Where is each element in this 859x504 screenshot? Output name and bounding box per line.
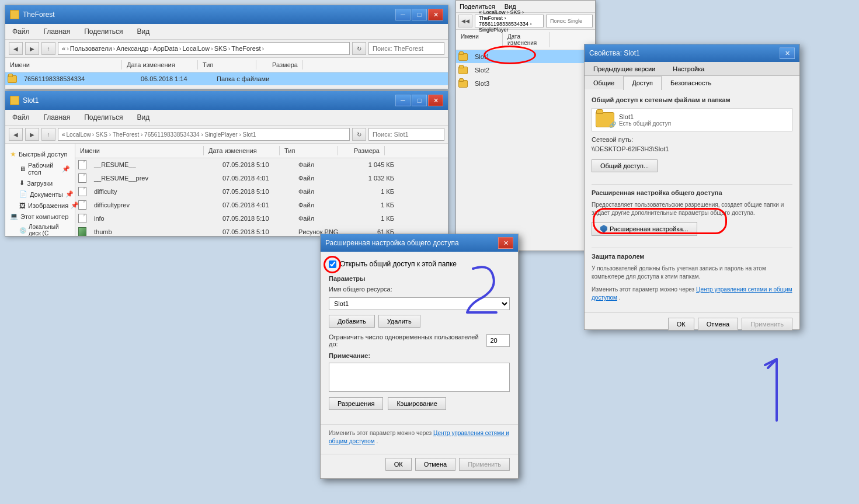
props-apply-button[interactable]: Применить bbox=[742, 318, 792, 331]
sidebar-documents-label: Документы bbox=[30, 191, 63, 198]
tab-security[interactable]: Безопасность bbox=[662, 76, 720, 89]
network-path-block: Сетевой путь: \\DESKTOP-62IF3H3\Slot1 bbox=[592, 136, 792, 155]
col-header-date[interactable]: Дата изменения bbox=[122, 60, 198, 69]
slot1-refresh-button[interactable]: ↻ bbox=[352, 128, 366, 141]
file-icon-info bbox=[78, 214, 87, 223]
sp-file-slot1[interactable]: Slot1 bbox=[456, 50, 595, 64]
remove-share-button[interactable]: Удалить bbox=[378, 315, 420, 328]
up-button[interactable]: ↑ bbox=[41, 42, 55, 55]
pin-icon: 📌 bbox=[62, 165, 70, 173]
slot1-search-input[interactable] bbox=[368, 128, 444, 141]
refresh-button[interactable]: ↻ bbox=[352, 42, 366, 55]
file-row-info[interactable]: info 07.05.2018 5:10 Файл 1 КБ bbox=[75, 212, 448, 225]
open-share-checkbox[interactable] bbox=[329, 260, 336, 268]
sidebar-desktop[interactable]: 🖥 Рабочий стол 📌 bbox=[8, 160, 72, 178]
sp-address-input[interactable]: « LocalLow › SKS › TheForest › 765611983… bbox=[475, 15, 544, 27]
slot1-forward-button[interactable]: ▶ bbox=[25, 128, 39, 141]
slot1-maximize-button[interactable]: □ bbox=[412, 95, 427, 106]
file-name-thumb: thumb bbox=[89, 228, 218, 235]
slot1-up-button[interactable]: ↑ bbox=[41, 128, 55, 141]
sp-search[interactable] bbox=[546, 15, 593, 27]
slot1-menu-bar: Файл Главная Поделиться Вид bbox=[5, 110, 448, 126]
adv-close-button[interactable]: ✕ bbox=[498, 237, 513, 249]
back-button[interactable]: ◀ bbox=[9, 42, 23, 55]
menu-home[interactable]: Главная bbox=[37, 25, 78, 38]
sidebar-quick-access[interactable]: ★ Быстрый доступ bbox=[8, 148, 72, 160]
limit-label: Ограничить число одновременных пользоват… bbox=[329, 333, 483, 347]
maximize-button[interactable]: □ bbox=[412, 9, 427, 20]
advanced-sharing-dialog: Расширенная настройка общего доступа ✕ О… bbox=[320, 234, 519, 479]
open-share-label: Открыть общий доступ к этой папке bbox=[340, 260, 457, 268]
slot1-menu-home[interactable]: Главная bbox=[37, 111, 78, 124]
perms-cache-row: Разрешения Кэширование bbox=[329, 397, 510, 410]
tab-access[interactable]: Доступ bbox=[623, 76, 662, 90]
minimize-button[interactable]: ─ bbox=[395, 9, 411, 20]
sidebar-images[interactable]: 🖼 Изображения 📌 bbox=[8, 200, 72, 211]
menu-view[interactable]: Вид bbox=[130, 25, 157, 38]
forward-button[interactable]: ▶ bbox=[25, 42, 39, 55]
add-share-button[interactable]: Добавить bbox=[329, 315, 375, 328]
tab-previous[interactable]: Предыдущие версии bbox=[585, 62, 664, 75]
share-button[interactable]: Общий доступ... bbox=[592, 159, 658, 172]
adv-cancel-button[interactable]: Отмена bbox=[415, 458, 455, 471]
props-cancel-button[interactable]: Отмена bbox=[698, 318, 738, 331]
slot1-col-name[interactable]: Имени bbox=[75, 146, 204, 155]
slot1-menu-file[interactable]: Файл bbox=[5, 111, 37, 124]
file-icon-resume bbox=[78, 160, 87, 169]
file-row-difficulty[interactable]: difficulty 07.05.2018 5:10 Файл 1 КБ bbox=[75, 185, 448, 199]
slot1-col-size[interactable]: Размера bbox=[338, 146, 385, 155]
caching-button[interactable]: Кэширование bbox=[388, 397, 446, 410]
props-ok-button[interactable]: ОК bbox=[668, 318, 694, 331]
sp-col-name[interactable]: Имени bbox=[456, 32, 503, 47]
close-button[interactable]: ✕ bbox=[428, 9, 443, 20]
note-textarea[interactable] bbox=[329, 363, 510, 392]
slot1-back-button[interactable]: ◀ bbox=[9, 128, 23, 141]
theforest-menu-bar: Файл Главная Поделиться Вид bbox=[5, 24, 448, 40]
sp-back-btn[interactable]: ◀◀ bbox=[458, 15, 472, 27]
adv-apply-button[interactable]: Применить bbox=[459, 458, 510, 471]
file-row-folder[interactable]: 76561198338534334 06.05.2018 1:14 Папка … bbox=[5, 72, 448, 86]
file-name-difficulty: difficulty bbox=[89, 188, 218, 195]
tab-settings[interactable]: Настройка bbox=[664, 62, 713, 75]
sidebar-downloads[interactable]: ⬇ Загрузки bbox=[8, 178, 72, 189]
file-row-resume-prev[interactable]: __RESUME__prev 07.05.2018 4:01 Файл 1 03… bbox=[75, 172, 448, 185]
sidebar-this-pc[interactable]: 💻 Этот компьютер bbox=[8, 211, 72, 222]
theforest-search-input[interactable] bbox=[368, 42, 444, 55]
slot1-col-type[interactable]: Тип bbox=[280, 146, 338, 155]
sp-folder-slot3 bbox=[458, 79, 468, 88]
sp-col-date[interactable]: Дата изменения bbox=[503, 32, 550, 47]
slot1-menu-view[interactable]: Вид bbox=[130, 111, 157, 124]
slot1-menu-share[interactable]: Поделиться bbox=[77, 111, 130, 124]
sp-file-slot2[interactable]: Slot2 bbox=[456, 64, 595, 77]
sidebar-documents[interactable]: 📄 Документы 📌 bbox=[8, 189, 72, 200]
file-row-resume[interactable]: __RESUME__ 07.05.2018 5:10 Файл 1 045 КБ bbox=[75, 158, 448, 172]
col-header-type[interactable]: Тип bbox=[198, 60, 256, 69]
folder-icon bbox=[8, 74, 17, 84]
col-header-size[interactable]: Размера bbox=[256, 60, 303, 69]
file-row-difficultyprev[interactable]: difficultyprev 07.05.2018 4:01 Файл 1 КБ bbox=[75, 199, 448, 212]
col-header-name[interactable]: Имени bbox=[5, 60, 122, 69]
permissions-button[interactable]: Разрешения bbox=[329, 397, 383, 410]
slot1-address-input[interactable]: « LocalLow › SKS › TheForest › 765611983… bbox=[58, 128, 350, 141]
adv-ok-button[interactable]: ОК bbox=[385, 458, 412, 471]
sharing-section-title: Общий доступ к сетевым файлам и папкам bbox=[592, 96, 792, 103]
share-name-select[interactable]: Slot1 bbox=[329, 297, 510, 310]
sidebar-local-disk[interactable]: 💿 Локальный диск (C bbox=[8, 222, 72, 236]
menu-share[interactable]: Поделиться bbox=[77, 25, 130, 38]
limit-input[interactable] bbox=[486, 334, 510, 347]
sidebar-downloads-label: Загрузки bbox=[27, 180, 53, 187]
menu-file[interactable]: Файл bbox=[5, 25, 37, 38]
theforest-address-input[interactable]: « › Пользователи › Александр › AppData ›… bbox=[58, 42, 350, 55]
sidebar-local-disk-label: Локальный диск (C bbox=[29, 224, 70, 236]
file-type-resume: Файл bbox=[294, 161, 352, 168]
slot1-close-button[interactable]: ✕ bbox=[428, 95, 443, 106]
sp-file-slot3[interactable]: Slot3 bbox=[456, 77, 595, 91]
slot1-minimize-button[interactable]: ─ bbox=[395, 95, 411, 106]
props-close-button[interactable]: ✕ bbox=[780, 47, 795, 59]
file-icon-difficultyprev bbox=[78, 200, 87, 210]
file-size-difficultyprev: 1 КБ bbox=[352, 201, 399, 208]
file-type-info: Файл bbox=[294, 215, 352, 222]
advanced-settings-button[interactable]: Расширенная настройка... bbox=[592, 222, 697, 236]
tab-general[interactable]: Общие bbox=[585, 76, 623, 89]
slot1-col-date[interactable]: Дата изменения bbox=[204, 146, 280, 155]
